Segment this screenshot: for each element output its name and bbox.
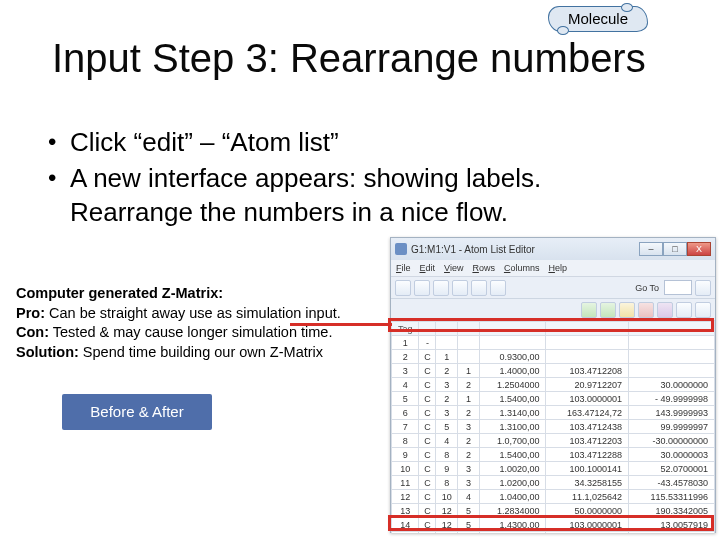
cell[interactable]: H bbox=[419, 532, 436, 534]
table-row[interactable]: 7C531.3100,00103.471243899.9999997 bbox=[392, 420, 715, 434]
tool-icon[interactable] bbox=[433, 280, 449, 296]
cell[interactable]: 103.4712438 bbox=[546, 420, 629, 434]
cell[interactable] bbox=[629, 364, 715, 378]
cell[interactable]: 4 bbox=[436, 434, 458, 448]
cell[interactable] bbox=[629, 336, 715, 350]
cell[interactable]: 7 bbox=[392, 420, 419, 434]
tool-icon[interactable] bbox=[452, 280, 468, 296]
cell[interactable]: 3 bbox=[458, 476, 480, 490]
cell[interactable]: 12 bbox=[458, 532, 480, 534]
cell[interactable]: 2 bbox=[458, 434, 480, 448]
cell[interactable]: 1.5400,00 bbox=[479, 392, 546, 406]
cell[interactable]: 5 bbox=[458, 504, 480, 518]
table-row[interactable]: 9C821.5400,00103.471228830.0000003 bbox=[392, 448, 715, 462]
before-after-button[interactable]: Before & After bbox=[62, 394, 212, 430]
cell[interactable]: 1.0400,00 bbox=[479, 490, 546, 504]
cell[interactable]: 8 bbox=[392, 434, 419, 448]
cell[interactable]: 2 bbox=[392, 350, 419, 364]
cell[interactable]: 14 bbox=[436, 532, 458, 534]
col-header[interactable] bbox=[458, 322, 480, 336]
tool-icon[interactable] bbox=[619, 302, 635, 318]
cell[interactable]: 1.4000,00 bbox=[479, 364, 546, 378]
close-button[interactable]: X bbox=[687, 242, 711, 256]
cell[interactable]: 30.0000003 bbox=[629, 448, 715, 462]
table-row[interactable]: 5C211.5400,00103.0000001- 49.9999998 bbox=[392, 392, 715, 406]
cell[interactable]: 10 bbox=[392, 462, 419, 476]
cell[interactable]: 0.9300,00 bbox=[479, 532, 546, 534]
tool-icon[interactable] bbox=[600, 302, 616, 318]
table-row[interactable]: 11C831.0200,0034.3258155-43.4578030 bbox=[392, 476, 715, 490]
col-header[interactable]: Tag bbox=[392, 322, 419, 336]
cell[interactable]: C bbox=[419, 392, 436, 406]
cell[interactable]: 1 bbox=[458, 392, 480, 406]
cell[interactable]: 30.0000000 bbox=[629, 378, 715, 392]
cell[interactable]: 5 bbox=[392, 392, 419, 406]
cell[interactable] bbox=[546, 336, 629, 350]
cell[interactable]: 1 bbox=[436, 350, 458, 364]
cell[interactable]: C bbox=[419, 406, 436, 420]
cell[interactable]: 1.4300,00 bbox=[479, 518, 546, 532]
cell[interactable]: 1.2504000 bbox=[479, 378, 546, 392]
cell[interactable]: 10 bbox=[436, 490, 458, 504]
cell[interactable]: 115.53311996 bbox=[629, 490, 715, 504]
table-row[interactable]: 12C1041.0400,0011.1,025642115.53311996 bbox=[392, 490, 715, 504]
cell[interactable]: 3 bbox=[458, 462, 480, 476]
cell[interactable]: 12 bbox=[392, 490, 419, 504]
cell[interactable]: 15 bbox=[392, 532, 419, 534]
table-row[interactable]: 2C10.9300,00 bbox=[392, 350, 715, 364]
cell[interactable]: 2 bbox=[436, 364, 458, 378]
cell[interactable]: 103.4712207 bbox=[546, 532, 629, 534]
cell[interactable]: 14 bbox=[392, 518, 419, 532]
cell[interactable]: 34.3258155 bbox=[546, 476, 629, 490]
cell[interactable]: 1 bbox=[392, 336, 419, 350]
cell[interactable]: C bbox=[419, 434, 436, 448]
tool-icon[interactable] bbox=[414, 280, 430, 296]
cell[interactable]: 1.0,700,00 bbox=[479, 434, 546, 448]
cell[interactable]: 12 bbox=[436, 518, 458, 532]
menu-columns[interactable]: Columns bbox=[504, 260, 540, 276]
cell[interactable]: 11 bbox=[392, 476, 419, 490]
cell[interactable]: 103.0000001 bbox=[546, 392, 629, 406]
table-row[interactable]: 8C421.0,700,00103.4712203-30.00000000 bbox=[392, 434, 715, 448]
atom-table[interactable]: Tag 1-2C10.9300,003C211.4000,00103.47122… bbox=[391, 321, 715, 533]
menu-file[interactable]: File bbox=[396, 260, 411, 276]
cell[interactable]: -43.4578030 bbox=[629, 476, 715, 490]
menu-help[interactable]: Help bbox=[548, 260, 567, 276]
goto-go-button[interactable] bbox=[695, 280, 711, 296]
cell[interactable]: 0.9300,00 bbox=[479, 350, 546, 364]
cell[interactable]: - 49.9999998 bbox=[629, 392, 715, 406]
col-header[interactable] bbox=[436, 322, 458, 336]
cell[interactable]: 143.9999993 bbox=[629, 406, 715, 420]
cell[interactable]: 190.3342005 bbox=[629, 504, 715, 518]
cell[interactable]: 5 bbox=[436, 420, 458, 434]
cell[interactable]: 2 bbox=[458, 448, 480, 462]
cell[interactable]: 100.1000141 bbox=[546, 462, 629, 476]
cell[interactable]: 3 bbox=[436, 406, 458, 420]
cell[interactable] bbox=[546, 350, 629, 364]
cell[interactable]: 8 bbox=[436, 448, 458, 462]
cell[interactable]: 12 bbox=[436, 504, 458, 518]
cell[interactable]: 11.1,025642 bbox=[546, 490, 629, 504]
tool-icon[interactable] bbox=[471, 280, 487, 296]
table-row[interactable]: 3C211.4000,00103.4712208 bbox=[392, 364, 715, 378]
col-header[interactable] bbox=[629, 322, 715, 336]
cell[interactable]: 1.0200,00 bbox=[479, 476, 546, 490]
cell[interactable]: C bbox=[419, 378, 436, 392]
col-header[interactable] bbox=[479, 322, 546, 336]
cell[interactable]: C bbox=[419, 490, 436, 504]
cell[interactable]: 4 bbox=[392, 378, 419, 392]
tool-icon[interactable] bbox=[657, 302, 673, 318]
cell[interactable]: - bbox=[419, 336, 436, 350]
cell[interactable]: 3 bbox=[458, 420, 480, 434]
cell[interactable]: 2 bbox=[458, 378, 480, 392]
cell[interactable]: 103.4712203 bbox=[546, 434, 629, 448]
cell[interactable]: C bbox=[419, 462, 436, 476]
table-row[interactable]: 1- bbox=[392, 336, 715, 350]
menu-edit[interactable]: Edit bbox=[420, 260, 436, 276]
maximize-button[interactable]: □ bbox=[663, 242, 687, 256]
cell[interactable]: 9 bbox=[436, 462, 458, 476]
goto-input[interactable] bbox=[664, 280, 692, 295]
cell[interactable]: 4 bbox=[458, 490, 480, 504]
tool-icon[interactable] bbox=[490, 280, 506, 296]
cell[interactable]: -30.00000000 bbox=[629, 434, 715, 448]
